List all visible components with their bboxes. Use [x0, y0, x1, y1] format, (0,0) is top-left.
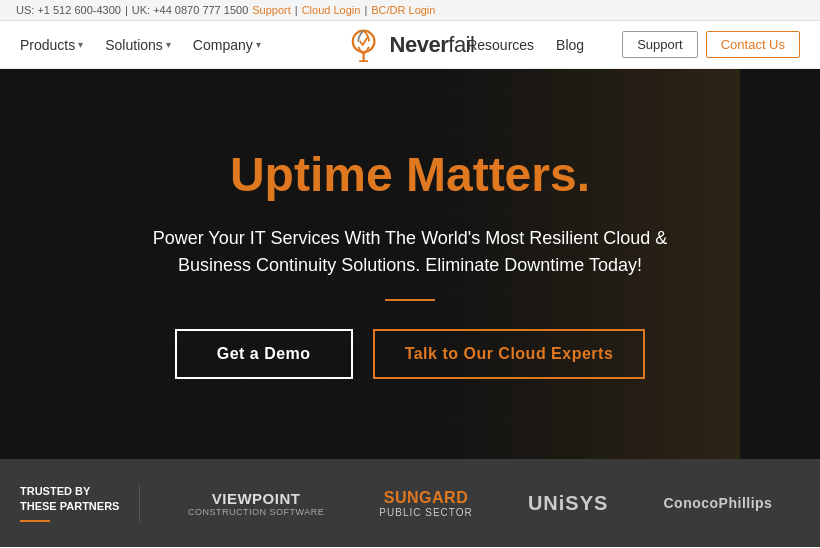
cloud-login-link[interactable]: Cloud Login: [302, 4, 361, 16]
nav-products[interactable]: Products ▾: [20, 37, 83, 53]
svg-point-0: [353, 30, 375, 52]
nav-solutions[interactable]: Solutions ▾: [105, 37, 171, 53]
nav-blog[interactable]: Blog: [556, 37, 584, 53]
separator-3: |: [364, 4, 367, 16]
products-chevron-icon: ▾: [78, 39, 83, 50]
phone-us: US: +1 512 600-4300: [16, 4, 121, 16]
partners-label: TRUSTED BY THESE PARTNERS: [20, 484, 140, 523]
nav-resources[interactable]: Resources: [467, 37, 534, 53]
partners-bar: TRUSTED BY THESE PARTNERS VIEWPOINT CONS…: [0, 459, 820, 547]
partners-logos: VIEWPOINT CONSTRUCTION SOFTWARE SUNGARD …: [140, 489, 800, 518]
talk-to-experts-button[interactable]: Talk to Our Cloud Experts: [373, 329, 646, 379]
company-chevron-icon: ▾: [256, 39, 261, 50]
nav-company[interactable]: Company ▾: [193, 37, 261, 53]
logo[interactable]: Neverfail: [346, 27, 475, 63]
separator-2: |: [295, 4, 298, 16]
logo-text: Neverfail: [390, 32, 475, 58]
hero-section: Uptime Matters. Power Your IT Services W…: [0, 69, 820, 459]
hero-divider: [385, 299, 435, 301]
phone-uk: UK: +44 0870 777 1500: [132, 4, 249, 16]
bcdr-login-link[interactable]: BC/DR Login: [371, 4, 435, 16]
separator-1: |: [125, 4, 128, 16]
support-link[interactable]: Support: [252, 4, 291, 16]
hero-content: Uptime Matters. Power Your IT Services W…: [133, 149, 688, 380]
logo-icon: [346, 27, 382, 63]
header-buttons: Support Contact Us: [622, 31, 800, 58]
contact-us-button[interactable]: Contact Us: [706, 31, 800, 58]
unisys-logo: UNiSYS: [528, 492, 608, 515]
hero-title: Uptime Matters.: [153, 149, 668, 202]
support-button[interactable]: Support: [622, 31, 698, 58]
solutions-chevron-icon: ▾: [166, 39, 171, 50]
get-demo-button[interactable]: Get a Demo: [175, 329, 353, 379]
sungard-logo: SUNGARD PUBLIC SECTOR: [379, 489, 472, 518]
hero-subtitle: Power Your IT Services With The World's …: [153, 225, 668, 279]
top-bar: US: +1 512 600-4300 | UK: +44 0870 777 1…: [0, 0, 820, 21]
header: Products ▾ Solutions ▾ Company ▾: [0, 21, 820, 69]
hero-buttons: Get a Demo Talk to Our Cloud Experts: [153, 329, 668, 379]
conocophillips-logo: ConocoPhillips: [664, 495, 773, 511]
viewpoint-logo: VIEWPOINT CONSTRUCTION SOFTWARE: [188, 490, 324, 517]
